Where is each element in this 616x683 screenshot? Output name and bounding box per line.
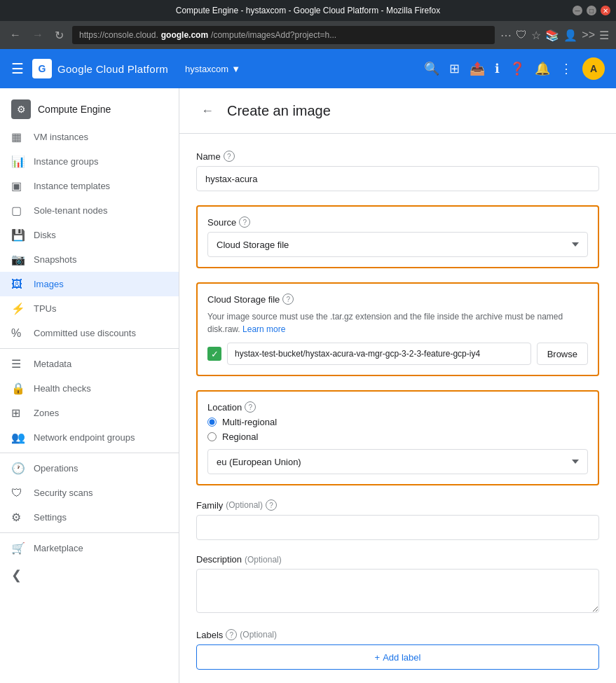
browse-button[interactable]: Browse — [537, 343, 588, 365]
back-button[interactable]: ← — [196, 99, 219, 122]
cloud-shell-icon[interactable]: 📤 — [470, 61, 485, 76]
content-area: ← Create an image Name ? Source ? — [179, 88, 616, 683]
settings-icon: ⚙ — [11, 511, 21, 524]
gcp-logo-icon: G — [32, 59, 52, 78]
gcp-platform-title: Google Cloud Platform — [57, 63, 168, 75]
source-section: Source ? Cloud Storage file Disk Image S… — [196, 205, 599, 268]
description-group: Description (Optional) — [196, 554, 599, 615]
sidebar-item-marketplace[interactable]: 🛒 Marketplace — [0, 536, 179, 560]
sidebar-divider — [0, 348, 179, 349]
family-input[interactable] — [196, 515, 599, 540]
multi-regional-radio[interactable] — [207, 418, 217, 427]
close-button[interactable]: ✕ — [601, 6, 610, 15]
maximize-button[interactable]: □ — [587, 6, 596, 15]
labels-optional: (Optional) — [240, 630, 277, 640]
project-dropdown-icon: ▼ — [231, 64, 240, 74]
name-label-row: Name ? — [196, 151, 599, 162]
back-arrow-icon: ← — [201, 104, 214, 118]
collapse-icon: ❮ — [11, 567, 22, 583]
sidebar-item-images[interactable]: 🖼 Images — [0, 272, 179, 296]
source-label: Source — [207, 217, 236, 228]
family-help-icon[interactable]: ? — [266, 499, 277, 511]
description-input[interactable] — [196, 569, 599, 613]
location-label: Location — [207, 402, 242, 413]
marketplace-icon: 🛒 — [11, 541, 25, 555]
info-icon[interactable]: ℹ — [495, 61, 500, 76]
bookmark-icon[interactable]: 📚 — [545, 29, 559, 42]
more-options-icon[interactable]: ⋮ — [560, 61, 573, 76]
sidebar-divider-2 — [0, 453, 179, 453]
location-section: Location ? Multi-regional Regional eu (E… — [196, 390, 599, 485]
shield-icon[interactable]: 🛡 — [516, 29, 527, 42]
sidebar-item-label: Settings — [34, 512, 67, 523]
storage-file-input[interactable] — [227, 343, 531, 365]
browser-toolbar-icons: ⋯ 🛡 ☆ 📚 👤 >> ☰ — [500, 29, 609, 42]
search-icon[interactable]: 🔍 — [424, 61, 439, 76]
family-optional: (Optional) — [226, 500, 263, 510]
reload-button[interactable]: ↻ — [52, 27, 67, 43]
health-checks-icon: 🔒 — [11, 382, 25, 395]
sidebar-item-settings[interactable]: ⚙ Settings — [0, 505, 179, 530]
menu-icon[interactable]: ☰ — [599, 29, 609, 42]
help-icon[interactable]: ❓ — [509, 61, 525, 76]
source-group: Source ? Cloud Storage file Disk Image S… — [207, 216, 588, 257]
name-input[interactable] — [196, 166, 599, 191]
star-icon[interactable]: ☆ — [531, 29, 541, 42]
sidebar-item-zones[interactable]: ⊞ Zones — [0, 401, 179, 425]
sidebar-item-network-endpoint-groups[interactable]: 👥 Network endpoint groups — [0, 425, 179, 450]
sidebar-item-sole-tenant-nodes[interactable]: ▢ Sole-tenant nodes — [0, 198, 179, 223]
sidebar-item-snapshots[interactable]: 📷 Snapshots — [0, 247, 179, 272]
chevron-right-icon[interactable]: >> — [582, 29, 595, 42]
sidebar-item-committed-use[interactable]: % Committed use discounts — [0, 321, 179, 345]
cloud-storage-label: Cloud Storage file — [207, 294, 280, 305]
name-help-icon[interactable]: ? — [224, 151, 235, 162]
security-scans-icon: 🛡 — [11, 487, 22, 499]
regional-radio[interactable] — [207, 432, 217, 441]
sidebar-item-label: Images — [34, 279, 64, 289]
location-help-icon[interactable]: ? — [245, 401, 256, 413]
sidebar-item-security-scans[interactable]: 🛡 Security scans — [0, 481, 179, 505]
description-label: Description — [196, 554, 242, 565]
sidebar-item-instance-templates[interactable]: ▣ Instance templates — [0, 174, 179, 198]
learn-more-link[interactable]: Learn more — [242, 324, 285, 334]
vm-instances-icon: ▦ — [11, 130, 22, 144]
committed-use-icon: % — [11, 327, 21, 340]
sidebar-item-label: Committed use discounts — [34, 328, 136, 338]
user-icon[interactable]: 👤 — [563, 29, 577, 42]
project-selector[interactable]: hystaxcom ▼ — [185, 64, 240, 74]
hamburger-menu-icon[interactable]: ☰ — [11, 60, 24, 77]
labels-help-icon[interactable]: ? — [226, 629, 237, 640]
address-bar: ← → ↻ https://console.cloud. google.com … — [0, 21, 616, 49]
sidebar-item-health-checks[interactable]: 🔒 Health checks — [0, 376, 179, 401]
sidebar-item-instance-groups[interactable]: 📊 Instance groups — [0, 149, 179, 174]
sidebar-item-tpus[interactable]: ⚡ TPUs — [0, 296, 179, 321]
checkmark-icon: ✓ — [207, 347, 221, 361]
sidebar-item-disks[interactable]: 💾 Disks — [0, 223, 179, 247]
minimize-button[interactable]: ─ — [573, 6, 582, 15]
sidebar: ⚙ Compute Engine ▦ VM instances 📊 Instan… — [0, 88, 179, 683]
console-icon[interactable]: ⊞ — [449, 61, 460, 76]
window-controls: ─ □ ✕ — [573, 6, 610, 15]
cloud-storage-help-icon[interactable]: ? — [282, 294, 294, 305]
sidebar-item-label: Network endpoint groups — [34, 432, 135, 443]
location-select[interactable]: eu (European Union) us (United States) a… — [207, 449, 588, 474]
sidebar-collapse-button[interactable]: ❮ — [0, 560, 179, 590]
sidebar-item-metadata[interactable]: ☰ Metadata — [0, 352, 179, 376]
add-label-button[interactable]: + Add label — [196, 644, 599, 670]
sidebar-item-label: Operations — [34, 463, 78, 474]
regional-label: Regional — [222, 432, 258, 442]
sidebar-divider-3 — [0, 532, 179, 533]
sidebar-item-vm-instances[interactable]: ▦ VM instances — [0, 125, 179, 149]
regional-option[interactable]: Regional — [207, 432, 588, 442]
source-help-icon[interactable]: ? — [239, 216, 250, 228]
source-select[interactable]: Cloud Storage file Disk Image Snapshot — [207, 232, 588, 257]
back-nav-button[interactable]: ← — [7, 27, 24, 43]
notifications-icon[interactable]: 🔔 — [535, 61, 550, 76]
more-icon[interactable]: ⋯ — [500, 29, 512, 42]
forward-nav-button[interactable]: → — [29, 27, 46, 43]
source-label-row: Source ? — [207, 216, 588, 228]
operations-icon: 🕐 — [11, 462, 25, 475]
avatar[interactable]: A — [582, 57, 605, 80]
multi-regional-option[interactable]: Multi-regional — [207, 417, 588, 427]
sidebar-item-operations[interactable]: 🕐 Operations — [0, 456, 179, 481]
